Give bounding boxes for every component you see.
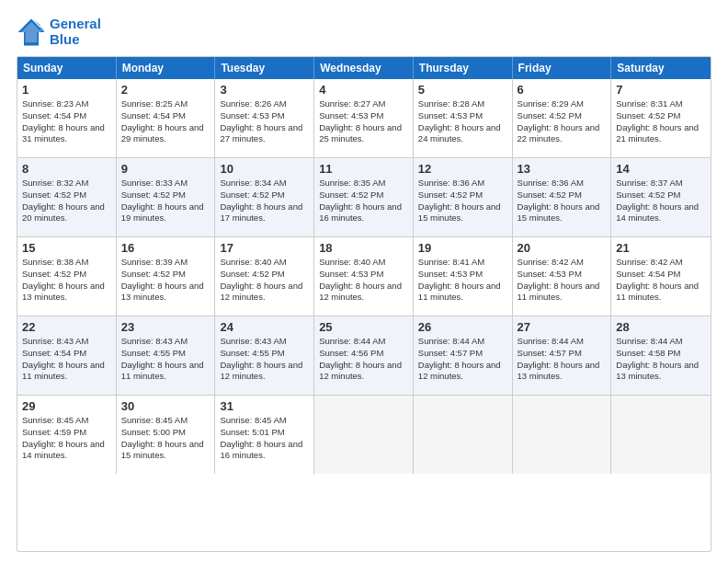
calendar-cell: 14Sunrise: 8:37 AMSunset: 4:52 PMDayligh… <box>611 158 711 236</box>
calendar-cell: 11Sunrise: 8:35 AMSunset: 4:52 PMDayligh… <box>314 158 414 236</box>
calendar-cell: 31Sunrise: 8:45 AMSunset: 5:01 PMDayligh… <box>215 396 314 474</box>
day-number: 1 <box>22 83 111 97</box>
calendar-cell: 1Sunrise: 8:23 AMSunset: 4:54 PMDaylight… <box>17 79 117 157</box>
day-info: Sunrise: 8:23 AMSunset: 4:54 PMDaylight:… <box>22 98 111 145</box>
day-info: Sunrise: 8:41 AMSunset: 4:53 PMDaylight:… <box>418 257 507 304</box>
page: General Blue SundayMondayTuesdayWednesda… <box>0 0 728 563</box>
calendar-cell: 27Sunrise: 8:44 AMSunset: 4:57 PMDayligh… <box>513 316 612 395</box>
calendar-cell: 7Sunrise: 8:31 AMSunset: 4:52 PMDaylight… <box>611 79 711 157</box>
header-day-monday: Monday <box>117 57 216 79</box>
day-info: Sunrise: 8:25 AMSunset: 4:54 PMDaylight:… <box>121 98 210 145</box>
calendar-week-3: 15Sunrise: 8:38 AMSunset: 4:52 PMDayligh… <box>17 236 711 316</box>
calendar-header: SundayMondayTuesdayWednesdayThursdayFrid… <box>17 57 711 79</box>
day-number: 18 <box>319 241 408 255</box>
day-number: 25 <box>319 320 408 334</box>
day-info: Sunrise: 8:37 AMSunset: 4:52 PMDaylight:… <box>616 178 706 224</box>
calendar-week-5: 29Sunrise: 8:45 AMSunset: 4:59 PMDayligh… <box>17 395 711 474</box>
day-info: Sunrise: 8:32 AMSunset: 4:52 PMDaylight:… <box>22 178 111 224</box>
day-info: Sunrise: 8:31 AMSunset: 4:52 PMDaylight:… <box>616 98 706 145</box>
day-number: 8 <box>22 162 111 176</box>
day-number: 20 <box>518 241 607 255</box>
calendar-cell <box>611 396 711 474</box>
day-info: Sunrise: 8:28 AMSunset: 4:53 PMDaylight:… <box>418 98 507 145</box>
day-number: 12 <box>418 162 507 176</box>
calendar-cell: 21Sunrise: 8:42 AMSunset: 4:54 PMDayligh… <box>611 237 711 316</box>
calendar-cell: 3Sunrise: 8:26 AMSunset: 4:53 PMDaylight… <box>215 79 314 157</box>
calendar-cell: 19Sunrise: 8:41 AMSunset: 4:53 PMDayligh… <box>414 237 513 316</box>
day-info: Sunrise: 8:44 AMSunset: 4:56 PMDaylight:… <box>319 336 408 383</box>
day-number: 14 <box>616 162 706 176</box>
day-number: 22 <box>22 320 111 334</box>
calendar-cell <box>513 396 612 474</box>
day-number: 2 <box>121 83 210 97</box>
day-number: 24 <box>220 320 309 334</box>
day-number: 31 <box>220 399 309 413</box>
day-number: 29 <box>22 399 111 413</box>
day-number: 28 <box>616 320 706 334</box>
day-info: Sunrise: 8:43 AMSunset: 4:54 PMDaylight:… <box>22 336 111 383</box>
calendar-cell: 22Sunrise: 8:43 AMSunset: 4:54 PMDayligh… <box>17 316 117 395</box>
day-info: Sunrise: 8:40 AMSunset: 4:53 PMDaylight:… <box>319 257 408 304</box>
calendar-week-4: 22Sunrise: 8:43 AMSunset: 4:54 PMDayligh… <box>17 316 711 395</box>
day-number: 19 <box>418 241 507 255</box>
calendar-cell: 12Sunrise: 8:36 AMSunset: 4:52 PMDayligh… <box>414 158 513 236</box>
calendar-cell: 24Sunrise: 8:43 AMSunset: 4:55 PMDayligh… <box>215 316 314 395</box>
day-info: Sunrise: 8:40 AMSunset: 4:52 PMDaylight:… <box>220 257 309 304</box>
day-info: Sunrise: 8:44 AMSunset: 4:57 PMDaylight:… <box>418 336 507 383</box>
day-info: Sunrise: 8:27 AMSunset: 4:53 PMDaylight:… <box>319 98 408 145</box>
day-number: 30 <box>121 399 210 413</box>
day-number: 16 <box>121 241 210 255</box>
day-number: 21 <box>616 241 706 255</box>
logo-text: General Blue <box>50 17 101 47</box>
calendar-cell: 20Sunrise: 8:42 AMSunset: 4:53 PMDayligh… <box>513 237 612 316</box>
day-info: Sunrise: 8:38 AMSunset: 4:52 PMDaylight:… <box>22 257 111 304</box>
day-info: Sunrise: 8:43 AMSunset: 4:55 PMDaylight:… <box>121 336 210 383</box>
day-number: 27 <box>518 320 607 334</box>
calendar-cell: 4Sunrise: 8:27 AMSunset: 4:53 PMDaylight… <box>314 79 414 157</box>
day-number: 15 <box>22 241 111 255</box>
calendar-cell: 28Sunrise: 8:44 AMSunset: 4:58 PMDayligh… <box>611 316 711 395</box>
day-info: Sunrise: 8:45 AMSunset: 5:01 PMDaylight:… <box>220 415 309 462</box>
calendar-cell: 29Sunrise: 8:45 AMSunset: 4:59 PMDayligh… <box>17 396 117 474</box>
calendar-cell: 10Sunrise: 8:34 AMSunset: 4:52 PMDayligh… <box>215 158 314 236</box>
calendar-cell: 6Sunrise: 8:29 AMSunset: 4:52 PMDaylight… <box>513 79 612 157</box>
calendar-body: 1Sunrise: 8:23 AMSunset: 4:54 PMDaylight… <box>17 79 711 474</box>
header-day-friday: Friday <box>513 57 612 79</box>
calendar-cell: 8Sunrise: 8:32 AMSunset: 4:52 PMDaylight… <box>17 158 117 236</box>
header-day-thursday: Thursday <box>414 57 513 79</box>
day-info: Sunrise: 8:45 AMSunset: 4:59 PMDaylight:… <box>22 415 111 462</box>
day-number: 7 <box>616 83 706 97</box>
header-day-sunday: Sunday <box>17 57 117 79</box>
header-day-wednesday: Wednesday <box>314 57 414 79</box>
calendar-cell <box>414 396 513 474</box>
day-info: Sunrise: 8:39 AMSunset: 4:52 PMDaylight:… <box>121 257 210 304</box>
day-info: Sunrise: 8:35 AMSunset: 4:52 PMDaylight:… <box>319 178 408 224</box>
calendar-cell: 5Sunrise: 8:28 AMSunset: 4:53 PMDaylight… <box>414 79 513 157</box>
calendar-cell: 9Sunrise: 8:33 AMSunset: 4:52 PMDaylight… <box>117 158 216 236</box>
calendar-cell: 13Sunrise: 8:36 AMSunset: 4:52 PMDayligh… <box>513 158 612 236</box>
day-info: Sunrise: 8:44 AMSunset: 4:57 PMDaylight:… <box>518 336 607 383</box>
calendar-cell: 16Sunrise: 8:39 AMSunset: 4:52 PMDayligh… <box>117 237 216 316</box>
calendar-cell: 23Sunrise: 8:43 AMSunset: 4:55 PMDayligh… <box>117 316 216 395</box>
day-number: 23 <box>121 320 210 334</box>
calendar-cell: 26Sunrise: 8:44 AMSunset: 4:57 PMDayligh… <box>414 316 513 395</box>
day-number: 5 <box>418 83 507 97</box>
day-info: Sunrise: 8:45 AMSunset: 5:00 PMDaylight:… <box>121 415 210 462</box>
calendar-week-2: 8Sunrise: 8:32 AMSunset: 4:52 PMDaylight… <box>17 157 711 236</box>
day-info: Sunrise: 8:43 AMSunset: 4:55 PMDaylight:… <box>220 336 309 383</box>
logo: General Blue <box>17 17 101 47</box>
day-info: Sunrise: 8:36 AMSunset: 4:52 PMDaylight:… <box>518 178 607 224</box>
day-info: Sunrise: 8:44 AMSunset: 4:58 PMDaylight:… <box>616 336 706 383</box>
calendar-cell: 2Sunrise: 8:25 AMSunset: 4:54 PMDaylight… <box>117 79 216 157</box>
calendar-cell: 25Sunrise: 8:44 AMSunset: 4:56 PMDayligh… <box>314 316 414 395</box>
day-number: 17 <box>220 241 309 255</box>
day-info: Sunrise: 8:29 AMSunset: 4:52 PMDaylight:… <box>518 98 607 145</box>
header: General Blue <box>17 17 711 47</box>
day-number: 26 <box>418 320 507 334</box>
day-number: 10 <box>220 162 309 176</box>
header-day-saturday: Saturday <box>611 57 711 79</box>
calendar-cell: 30Sunrise: 8:45 AMSunset: 5:00 PMDayligh… <box>117 396 216 474</box>
day-info: Sunrise: 8:42 AMSunset: 4:53 PMDaylight:… <box>518 257 607 304</box>
calendar-cell: 18Sunrise: 8:40 AMSunset: 4:53 PMDayligh… <box>314 237 414 316</box>
calendar-cell <box>314 396 414 474</box>
